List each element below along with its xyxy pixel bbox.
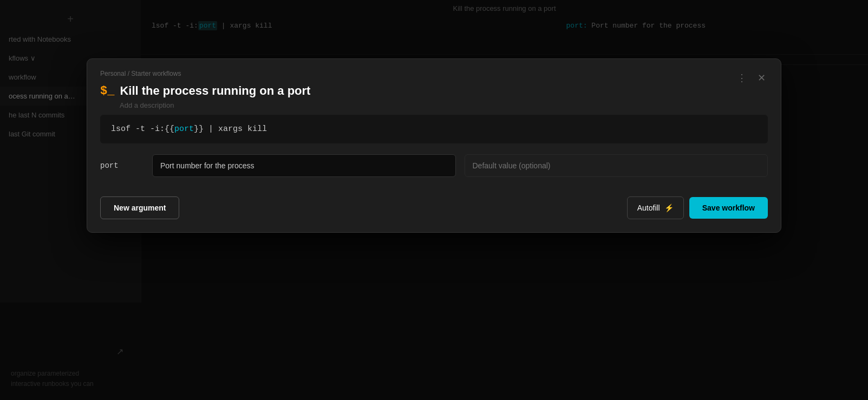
workflow-icon: $_ [100,84,114,98]
modal-footer: New argument Autofill ⚡ Save workflow [87,188,781,232]
autofill-button[interactable]: Autofill ⚡ [627,196,684,219]
code-prefix: lsof -t -i:{{ [111,124,174,134]
code-block: lsof -t -i:{{port}} | xargs kill [100,115,768,143]
footer-right: Autofill ⚡ Save workflow [627,196,768,219]
title-row: $_ [100,84,735,98]
modal-header: Personal / Starter workflows $_ Add a de… [87,59,781,115]
code-variable: port [174,124,194,134]
arg-label-port: port [100,161,143,170]
save-workflow-button[interactable]: Save workflow [689,197,768,219]
modal-dialog: Personal / Starter workflows $_ Add a de… [87,58,781,233]
close-icon[interactable]: ✕ [755,70,768,86]
code-suffix: }} | xargs kill [194,124,267,134]
modal-title-section: Personal / Starter workflows $_ Add a de… [100,70,735,109]
args-section: port [87,143,781,188]
new-argument-button[interactable]: New argument [100,196,179,219]
description-placeholder[interactable]: Add a description [120,101,735,109]
more-options-icon[interactable]: ⋮ [735,70,749,86]
autofill-icon: ⚡ [664,204,674,212]
arg-row-port: port [100,154,768,177]
autofill-label: Autofill [637,204,660,212]
arg-default-input[interactable] [465,154,768,177]
header-actions: ⋮ ✕ [735,70,768,86]
title-input[interactable] [120,84,735,98]
arg-description-input[interactable] [152,154,456,177]
breadcrumb: Personal / Starter workflows [100,70,735,77]
